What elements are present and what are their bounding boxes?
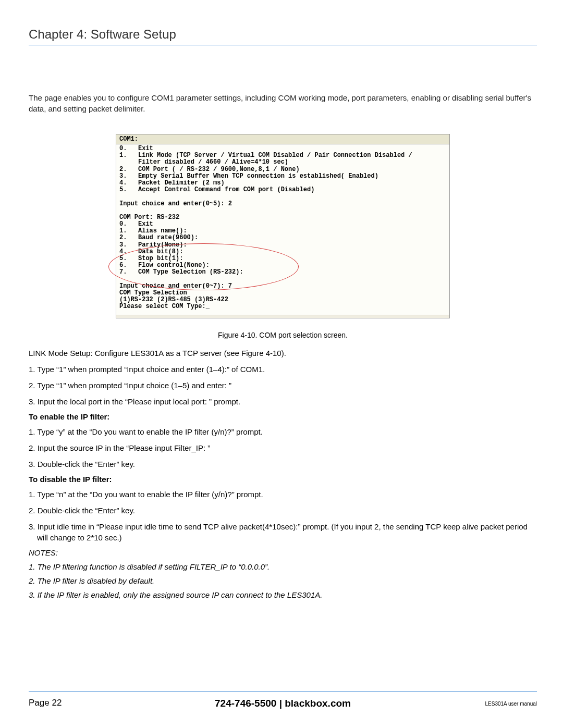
list-item: 1. The IP filtering function is disabled… <box>29 562 537 571</box>
disable-heading: To disable the IP filter: <box>29 475 537 484</box>
footer-center: 724-746-5500 | blackbox.com <box>215 698 351 709</box>
page-number: Page 22 <box>29 698 62 708</box>
terminal-screenshot: COM1: 0. Exit 1. Link Mode (TCP Server /… <box>116 134 450 318</box>
terminal-text: 0. Exit 1. Link Mode (TCP Server / Virtu… <box>119 145 412 310</box>
terminal-body: 0. Exit 1. Link Mode (TCP Server / Virtu… <box>116 144 450 318</box>
list-item: 2. Double-click the “Enter” key. <box>29 505 537 516</box>
main-steps-list: 1. Type “1” when prompted “Input choice … <box>29 364 537 407</box>
notes-list: 1. The IP filtering function is disabled… <box>29 562 537 599</box>
terminal-header: COM1: <box>116 134 450 144</box>
chapter-title: Chapter 4: Software Setup <box>29 27 537 45</box>
list-item: 2. The IP filter is disabled by default. <box>29 576 537 585</box>
footer-right: LES301A user manual <box>485 701 537 707</box>
disable-steps-list: 1. Type “n” at the “Do you want to enabl… <box>29 489 537 543</box>
link-mode-intro: LINK Mode Setup: Configure LES301A as a … <box>29 348 537 359</box>
list-item: 3. Double-click the “Enter” key. <box>29 459 537 470</box>
list-item: 2. Type “1” when prompted “Input choice … <box>29 380 537 391</box>
list-item: 2. Input the source IP in the “Please in… <box>29 442 537 453</box>
intro-paragraph: The page enables you to configure COM1 p… <box>29 92 537 114</box>
list-item: 3. Input the local port in the “Please i… <box>29 396 537 407</box>
list-item: 3. Input idle time in “Please input idle… <box>29 521 537 543</box>
notes-title: NOTES: <box>29 548 537 557</box>
enable-steps-list: 1. Type “y” at the “Do you want to enabl… <box>29 426 537 470</box>
figure-caption: Figure 4-10. COM port selection screen. <box>29 331 537 339</box>
list-item: 1. Type “n” at the “Do you want to enabl… <box>29 489 537 500</box>
list-item: 1. Type “1” when prompted “Input choice … <box>29 364 537 375</box>
page-footer: Page 22 724-746-5500 | blackbox.com LES3… <box>29 691 537 708</box>
list-item: 1. Type “y” at the “Do you want to enabl… <box>29 426 537 437</box>
enable-heading: To enable the IP filter: <box>29 412 537 421</box>
list-item: 3. If the IP filter is enabled, only the… <box>29 590 537 599</box>
